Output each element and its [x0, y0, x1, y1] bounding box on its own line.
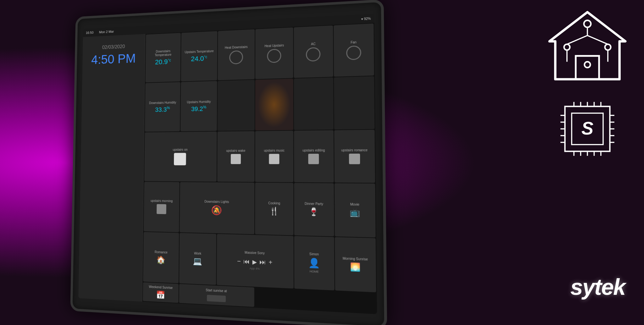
start-sunrise-tile[interactable]: Start sunrise at [179, 284, 254, 307]
downstairs-humidity-value: 33.3% [155, 106, 170, 113]
heat-upstairs-circle [267, 49, 281, 63]
date-display: 02/03/2020 [88, 43, 139, 51]
prev-button[interactable]: − [237, 258, 241, 265]
morning-sunrise-label: Morning Sunrise [343, 256, 368, 262]
bell-slash-icon: 🔕 [211, 205, 222, 216]
status-time: 16:50 [86, 31, 94, 35]
downstairs-temp-value: 20.9°c [155, 58, 171, 66]
downstairs-humidity-label: Downstairs Humidity [149, 101, 176, 105]
upstairs-temp-value: 24.0°c [191, 55, 207, 63]
weekend-sunrise-label: Weekend Sunrise [149, 285, 173, 290]
skip-next-button[interactable]: ⏭ [259, 258, 266, 266]
svg-point-2 [564, 44, 570, 50]
ac-tile[interactable]: AC [294, 25, 333, 78]
downstairs-lights-label: Downstairs Lights [204, 200, 229, 204]
tile-grid: Downstairs Temperature 20.9°c Upstairs T… [142, 23, 377, 314]
heat-upstairs-label: Heat Upstairs [264, 44, 284, 48]
start-sunrise-label: Start sunrise at [206, 288, 227, 293]
downstairs-lights-tile[interactable]: Downstairs Lights 🔕 [180, 182, 255, 234]
cooking-label: Cooking [268, 201, 280, 206]
dinner-party-tile[interactable]: Dinner Party 🍷 [294, 183, 334, 236]
wine-icon: 🍷 [309, 207, 319, 217]
tablet-device: 16:50 Mon 2 Mar ▾ 92% 02/03/2020 4:50 PM… [70, 0, 387, 325]
left-panel: 02/03/2020 4:50 PM [78, 34, 145, 301]
upstairs-music-btn [269, 154, 279, 164]
downstairs-temp-tile[interactable]: Downstairs Temperature 20.9°c [145, 33, 181, 83]
upstairs-editing-tile[interactable]: upstairs editing [294, 130, 334, 183]
work-label: Work [194, 251, 201, 256]
upstairs-humidity-tile[interactable]: Upstairs Humidity 39.2% [180, 81, 217, 131]
upstairs-humidity-value: 39.2% [191, 105, 206, 113]
upstairs-on-tile[interactable]: upstairs on [144, 131, 217, 182]
heat-downstairs-tile[interactable]: Heat Downstairs [218, 29, 255, 80]
upstairs-humidity-label: Upstairs Humidity [187, 100, 211, 104]
upstairs-wake-label: upstairs wake [226, 149, 245, 153]
time-display: 4:50 PM [88, 51, 139, 67]
upstairs-on-button [174, 153, 186, 165]
start-sunrise-slider[interactable] [207, 295, 226, 302]
laptop-icon: 💻 [193, 256, 203, 266]
movie-tile[interactable]: Movie 📺 [334, 183, 375, 237]
fan-circle [346, 46, 361, 60]
weekend-sunrise-tile[interactable]: Weekend Sunrise 📅 [143, 282, 179, 303]
dinner-party-label: Dinner Party [305, 202, 323, 206]
empty-tile-r2c6 [334, 76, 375, 129]
app-value: 4% [256, 267, 260, 271]
upstairs-romance-label: upstairs romance [341, 148, 368, 152]
heat-downstairs-label: Heat Downstairs [225, 45, 248, 50]
svg-line-7 [587, 36, 608, 44]
svg-point-1 [584, 20, 591, 27]
upstairs-morning-btn [157, 204, 166, 214]
fan-label: Fan [351, 41, 357, 45]
upstairs-music-label: upstairs music [264, 149, 285, 152]
tablet-screen: 16:50 Mon 2 Mar ▾ 92% 02/03/2020 4:50 PM… [78, 14, 377, 314]
upstairs-morning-tile[interactable]: upstairs morning [144, 182, 180, 232]
ac-label: AC [311, 42, 316, 46]
tv-icon: 📺 [350, 208, 360, 218]
calendar-icon: 📅 [156, 290, 165, 300]
svg-line-6 [567, 36, 587, 44]
main-content: 02/03/2020 4:50 PM Downstairs Temperatur… [78, 23, 377, 314]
play-button[interactable]: ▶ [253, 258, 257, 266]
wifi-icon: ▾ 92% [361, 17, 371, 21]
romance-tile[interactable]: Romance 🏠 [143, 232, 179, 283]
simon-label: Simon [309, 252, 319, 257]
upstairs-temp-label: Upstairs Temperature [185, 49, 214, 54]
fan-tile[interactable]: Fan [334, 24, 374, 77]
romance-label: Romance [155, 250, 168, 254]
upstairs-editing-btn [308, 154, 319, 164]
heat-downstairs-circle [229, 50, 243, 64]
sytek-brand-text: sytek [570, 274, 625, 300]
massive-sony-tile[interactable]: Massive Sony − ⏮ ▶ ⏭ + App 4% [217, 234, 294, 289]
empty-tile-r2c4 [255, 79, 294, 130]
upstairs-temp-tile[interactable]: Upstairs Temperature 24.0°c [181, 31, 217, 81]
user-icon: 👤 [308, 257, 320, 269]
upstairs-wake-tile[interactable]: upstairs wake [217, 131, 254, 182]
downstairs-temp-label: Downstairs Temperature [148, 49, 178, 58]
upstairs-music-tile[interactable]: upstairs music [255, 130, 293, 182]
svg-text:S: S [581, 118, 593, 138]
simon-tile[interactable]: Simon 👤 HOME [294, 236, 334, 290]
home-label: HOME [310, 270, 319, 273]
sunrise-icon: 🌅 [350, 262, 360, 272]
skip-prev-button[interactable]: ⏮ [243, 258, 250, 265]
upstairs-wake-btn [231, 154, 241, 164]
fork-knife-icon: 🍴 [269, 207, 279, 216]
status-day: Mon 2 Mar [99, 30, 114, 34]
empty-tile-r2c5 [294, 78, 333, 130]
massive-sony-label: Massive Sony [245, 251, 265, 255]
upstairs-morning-label: upstairs morning [151, 199, 173, 203]
plus-button[interactable]: + [269, 259, 272, 266]
upstairs-romance-tile[interactable]: upstairs romance [334, 130, 375, 183]
upstairs-editing-label: upstairs editing [303, 148, 325, 152]
cooking-tile[interactable]: Cooking 🍴 [255, 183, 294, 235]
movie-label: Movie [350, 203, 359, 207]
heat-upstairs-tile[interactable]: Heat Upstairs [255, 27, 293, 79]
morning-sunrise-tile[interactable]: Morning Sunrise 🌅 [335, 237, 376, 292]
work-tile[interactable]: Work 💻 [179, 233, 216, 285]
svg-point-3 [605, 44, 611, 50]
downstairs-humidity-tile[interactable]: Downstairs Humidity 33.3% [145, 82, 180, 132]
right-logos-area: S [543, 6, 631, 160]
romance-icon: 🏠 [156, 255, 165, 264]
svg-point-4 [585, 62, 591, 68]
